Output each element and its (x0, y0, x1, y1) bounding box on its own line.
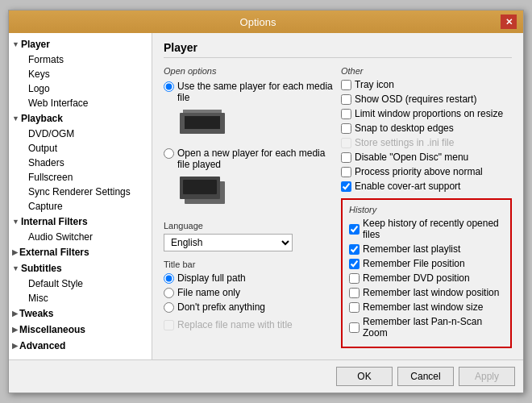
other-item-7[interactable]: Enable cover-art support (341, 181, 512, 192)
sidebar-item-capture[interactable]: Capture (9, 199, 152, 214)
history-item-label-2: Remember File position (363, 258, 465, 269)
history-item-2[interactable]: Remember File position (349, 258, 504, 269)
history-item-label-0: Keep history of recently opened files (363, 218, 504, 240)
other-item-4[interactable]: Store settings in .ini file (341, 137, 512, 148)
other-cb-7[interactable] (341, 181, 351, 192)
history-cb-0[interactable] (349, 224, 360, 235)
other-cb-0[interactable] (341, 80, 351, 90)
svg-rect-5 (183, 180, 217, 194)
replace-filename-input[interactable] (164, 320, 174, 330)
history-cb-6[interactable] (349, 322, 360, 333)
options-window: Options ✕ ▼ Player Formats Keys Logo Web… (8, 10, 524, 393)
language-select[interactable]: English French German Spanish (164, 234, 293, 251)
triangle-icon: ▶ (12, 310, 18, 318)
radio-full-path-input[interactable] (164, 273, 174, 284)
other-item-6[interactable]: Process priority above normal (341, 166, 512, 177)
history-cb-1[interactable] (349, 244, 360, 255)
radio-same-player[interactable]: Use the same player for each media file (164, 81, 333, 103)
sidebar-item-playback[interactable]: ▼ Playback (9, 110, 152, 127)
svg-rect-2 (185, 116, 220, 129)
sidebar-child-label: Audio Switcher (28, 231, 93, 243)
panel-title: Player (164, 41, 512, 58)
radio-full-path[interactable]: Display full path (164, 272, 333, 284)
sidebar-item-advanced[interactable]: ▶ Advanced (9, 338, 152, 354)
other-cb-5[interactable] (341, 152, 351, 163)
sidebar-child-label: Output (28, 143, 57, 154)
history-item-5[interactable]: Remember last window size (349, 301, 504, 313)
history-label: History (349, 205, 504, 214)
close-button[interactable]: ✕ (501, 15, 517, 29)
other-item-label-6: Process priority above normal (355, 166, 483, 177)
radio-no-prefix-input[interactable] (164, 302, 174, 313)
other-cb-2[interactable] (341, 109, 351, 119)
radio-filename-only-input[interactable] (164, 288, 174, 298)
other-item-label-0: Tray icon (355, 79, 394, 90)
sidebar-item-label: Player (21, 39, 50, 50)
sidebar-item-output[interactable]: Output (9, 141, 152, 156)
sidebar-item-misc[interactable]: Misc (9, 291, 152, 305)
history-item-1[interactable]: Remember last playlist (349, 243, 504, 255)
history-cb-5[interactable] (349, 302, 360, 313)
titlebar-label: Title bar (164, 260, 333, 269)
sidebar: ▼ Player Formats Keys Logo Web Interface… (9, 33, 152, 359)
sidebar-item-logo[interactable]: Logo (9, 81, 152, 96)
other-cb-6[interactable] (341, 167, 351, 177)
radio-no-prefix[interactable]: Don't prefix anything (164, 301, 333, 313)
other-item-label-7: Enable cover-art support (355, 181, 460, 192)
radio-new-player[interactable]: Open a new player for each media file pl… (164, 147, 333, 170)
content-area: ▼ Player Formats Keys Logo Web Interface… (9, 33, 523, 359)
sidebar-item-player[interactable]: ▼ Player (9, 36, 152, 52)
sidebar-item-external-filters[interactable]: ▶ External Filters (9, 244, 152, 260)
history-item-0[interactable]: Keep history of recently opened files (349, 218, 504, 240)
history-cb-3[interactable] (349, 273, 360, 284)
sidebar-item-web-interface[interactable]: Web Interface (9, 96, 152, 110)
other-item-1[interactable]: Show OSD (requires restart) (341, 93, 512, 105)
ok-button[interactable]: OK (336, 367, 393, 386)
sidebar-item-label: External Filters (19, 247, 89, 258)
triangle-icon: ▼ (12, 264, 19, 272)
sidebar-item-miscellaneous[interactable]: ▶ Miscellaneous (9, 322, 152, 338)
other-cb-3[interactable] (341, 123, 351, 134)
sidebar-item-fullscreen[interactable]: Fullscreen (9, 170, 152, 185)
apply-button[interactable]: Apply (459, 367, 515, 386)
history-item-3[interactable]: Remember DVD position (349, 272, 504, 284)
radio-filename-only[interactable]: File name only (164, 287, 333, 298)
sidebar-item-shaders[interactable]: Shaders (9, 156, 152, 170)
history-item-label-3: Remember DVD position (363, 272, 470, 284)
other-item-label-1: Show OSD (requires restart) (355, 93, 476, 105)
other-item-label-2: Limit window proportions on resize (355, 108, 503, 119)
sidebar-item-label: Miscellaneous (19, 324, 85, 335)
sidebar-item-subtitles[interactable]: ▼ Subtitles (9, 260, 152, 276)
other-cb-4[interactable] (341, 138, 351, 148)
sidebar-item-dvd-ogm[interactable]: DVD/OGM (9, 127, 152, 141)
sidebar-child-label: Fullscreen (28, 172, 73, 183)
cancel-button[interactable]: Cancel (397, 367, 454, 386)
history-item-4[interactable]: Remember last window position (349, 287, 504, 298)
replace-filename-checkbox[interactable]: Replace file name with title (164, 319, 333, 330)
other-item-0[interactable]: Tray icon (341, 79, 512, 90)
sidebar-item-audio-switcher[interactable]: Audio Switcher (9, 230, 152, 244)
history-cb-4[interactable] (349, 288, 360, 298)
sidebar-item-label: Internal Filters (21, 216, 88, 227)
other-cb-1[interactable] (341, 94, 351, 105)
sidebar-child-label: Shaders (28, 157, 64, 168)
sidebar-child-label: Logo (28, 83, 50, 94)
other-label: Other (341, 66, 512, 76)
history-item-label-5: Remember last window size (363, 301, 483, 313)
sidebar-item-tweaks[interactable]: ▶ Tweaks (9, 305, 152, 322)
history-item-6[interactable]: Remember last Pan-n-Scan Zoom (349, 316, 504, 339)
sidebar-child-label: Web Interface (28, 98, 88, 109)
other-item-3[interactable]: Snap to desktop edges (341, 123, 512, 134)
sidebar-item-formats[interactable]: Formats (9, 52, 152, 67)
other-item-2[interactable]: Limit window proportions on resize (341, 108, 512, 119)
history-section: History Keep history of recently opened … (341, 198, 512, 348)
sidebar-item-internal-filters[interactable]: ▼ Internal Filters (9, 214, 152, 230)
other-item-5[interactable]: Disable "Open Disc" menu (341, 152, 512, 163)
sidebar-item-keys[interactable]: Keys (9, 67, 152, 81)
radio-new-player-input[interactable] (164, 148, 174, 159)
history-cb-2[interactable] (349, 259, 360, 269)
sidebar-item-default-style[interactable]: Default Style (9, 276, 152, 291)
main-panel: Player Open options Use the same player … (152, 33, 523, 359)
sidebar-item-sync-renderer[interactable]: Sync Renderer Settings (9, 185, 152, 199)
radio-same-player-input[interactable] (164, 81, 174, 92)
